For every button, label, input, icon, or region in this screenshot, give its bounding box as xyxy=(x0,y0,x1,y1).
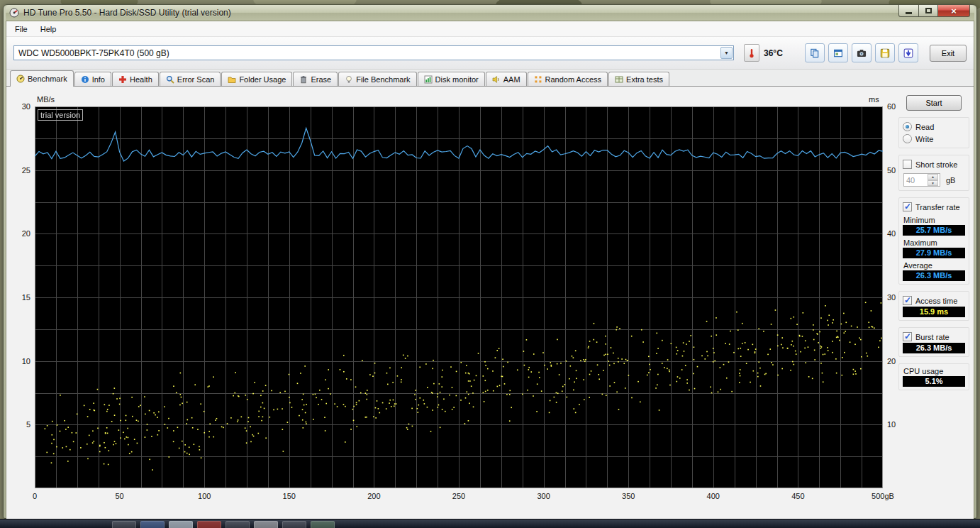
taskbar-item[interactable] xyxy=(140,521,165,528)
app-window: HD Tune Pro 5.50 - Hard Disk/SSD Utility… xyxy=(3,4,977,519)
x-axis-tick: 300 xyxy=(537,492,550,500)
menu-bar: File Help xyxy=(6,21,974,37)
window-body: File Help WDC WD5000BPKT-75PK4T0 (500 gB… xyxy=(6,21,974,518)
thermometer-icon xyxy=(747,48,756,58)
taskbar[interactable] xyxy=(0,519,980,528)
cpu-usage-group: CPU usage 5.1% xyxy=(898,363,969,390)
copy-text-icon xyxy=(810,48,820,58)
disk-monitor-icon xyxy=(424,75,433,84)
spin-up-icon[interactable]: ▲ xyxy=(928,174,938,180)
taskbar-item[interactable] xyxy=(197,521,221,528)
short-stroke-label: Short stroke xyxy=(915,160,957,169)
tab-health[interactable]: Health xyxy=(112,72,159,86)
taskbar-item[interactable] xyxy=(112,521,136,528)
tab-folder-usage[interactable]: Folder Usage xyxy=(221,72,292,86)
access-time-checkbox[interactable]: Access time xyxy=(903,295,965,307)
app-icon xyxy=(9,8,19,18)
menu-help[interactable]: Help xyxy=(34,23,63,35)
x-axis-tick: 200 xyxy=(367,492,380,500)
cpu-usage-label: CPU usage xyxy=(903,367,965,375)
write-radio[interactable]: Write xyxy=(903,133,965,145)
checkbox-icon xyxy=(903,160,912,169)
toolbar-buttons xyxy=(805,43,918,62)
left-axis-tick: 25 xyxy=(8,166,30,175)
taskbar-item[interactable] xyxy=(169,521,193,528)
camera-button[interactable] xyxy=(852,43,872,62)
tab-file-benchmark[interactable]: File Benchmark xyxy=(338,72,416,86)
minimum-value: 25.7 MB/s xyxy=(903,225,965,236)
save-icon xyxy=(880,48,890,58)
left-axis-tick: 5 xyxy=(8,420,30,429)
taskbar-item[interactable] xyxy=(311,521,335,528)
taskbar-item[interactable] xyxy=(282,521,306,528)
average-label: Average xyxy=(903,261,965,270)
tab-error-scan[interactable]: Error Scan xyxy=(160,72,221,86)
trial-watermark: trial version xyxy=(38,109,83,121)
erase-icon xyxy=(299,75,308,84)
file-benchmark-icon xyxy=(345,75,353,84)
short-stroke-group: Short stroke ▲ ▼ gB xyxy=(898,155,969,191)
cpu-usage-value: 5.1% xyxy=(903,376,965,387)
access-time-label: Access time xyxy=(915,297,957,305)
tab-benchmark[interactable]: Benchmark xyxy=(10,70,74,87)
right-axis-tick: 60 xyxy=(887,102,896,111)
maximize-button[interactable] xyxy=(919,5,938,17)
error-scan-icon xyxy=(166,75,174,84)
short-stroke-input[interactable] xyxy=(904,174,928,186)
tab-random-access[interactable]: Random Access xyxy=(528,72,608,86)
title-bar[interactable]: HD Tune Pro 5.50 - Hard Disk/SSD Utility… xyxy=(6,5,974,21)
exit-button[interactable]: Exit xyxy=(930,45,967,62)
burst-rate-checkbox[interactable]: Burst rate xyxy=(903,331,965,343)
short-stroke-unit: gB xyxy=(946,176,955,185)
folder-usage-icon xyxy=(228,75,236,84)
close-button[interactable]: × xyxy=(938,5,970,17)
tab-info[interactable]: Info xyxy=(74,72,111,86)
aam-icon xyxy=(492,75,501,84)
copy-text-button[interactable] xyxy=(805,43,825,62)
tab-extra-tests[interactable]: Extra tests xyxy=(608,72,669,86)
transfer-rate-group: Transfer rate Minimum 25.7 MB/s Maximum … xyxy=(898,197,969,285)
drive-select[interactable]: WDC WD5000BPKT-75PK4T0 (500 gB) ▼ xyxy=(13,45,734,60)
copy-image-icon xyxy=(833,48,843,58)
read-label: Read xyxy=(915,123,934,131)
benchmark-plot xyxy=(35,106,883,488)
taskbar-item[interactable] xyxy=(225,521,250,528)
tab-strip: BenchmarkInfoHealthError ScanFolder Usag… xyxy=(6,70,974,87)
temperature-button[interactable] xyxy=(744,44,759,62)
x-axis-tick: 50 xyxy=(115,492,123,500)
info-icon xyxy=(81,75,89,84)
taskbar-item[interactable] xyxy=(254,521,278,528)
right-axis-unit: ms xyxy=(869,95,879,104)
benchmark-icon xyxy=(16,75,25,83)
chevron-down-icon[interactable]: ▼ xyxy=(720,47,733,59)
download-button[interactable] xyxy=(898,43,918,62)
transfer-rate-checkbox[interactable]: Transfer rate xyxy=(903,201,965,213)
close-icon: × xyxy=(951,6,957,16)
start-button[interactable]: Start xyxy=(906,95,962,111)
short-stroke-stepper[interactable]: ▲ ▼ xyxy=(903,173,940,187)
spin-down-icon[interactable]: ▼ xyxy=(928,180,938,187)
random-access-icon xyxy=(534,75,542,84)
maximum-label: Maximum xyxy=(903,238,965,247)
read-write-group: Read Write xyxy=(898,117,969,148)
download-icon xyxy=(903,48,913,58)
tab-erase[interactable]: Erase xyxy=(293,72,338,86)
short-stroke-checkbox[interactable]: Short stroke xyxy=(903,158,965,170)
right-axis-tick: 20 xyxy=(887,357,896,365)
benchmark-panel: Start Read Write Short stroke xyxy=(898,88,969,390)
menu-file[interactable]: File xyxy=(9,23,34,35)
burst-rate-group: Burst rate 26.3 MB/s xyxy=(898,327,969,357)
right-axis-tick: 30 xyxy=(887,293,896,302)
copy-image-button[interactable] xyxy=(828,43,848,62)
access-time-group: Access time 15.9 ms xyxy=(898,291,969,321)
minimize-button[interactable] xyxy=(898,5,919,17)
drive-select-value: WDC WD5000BPKT-75PK4T0 (500 gB) xyxy=(14,48,720,58)
tab-disk-monitor[interactable]: Disk monitor xyxy=(418,72,485,86)
tab-aam[interactable]: AAM xyxy=(486,72,527,86)
health-icon xyxy=(118,75,127,84)
x-axis-tick: 150 xyxy=(283,492,296,500)
save-button[interactable] xyxy=(875,43,895,62)
maximum-value: 27.9 MB/s xyxy=(903,248,965,258)
read-radio[interactable]: Read xyxy=(903,121,965,133)
write-label: Write xyxy=(915,135,933,143)
